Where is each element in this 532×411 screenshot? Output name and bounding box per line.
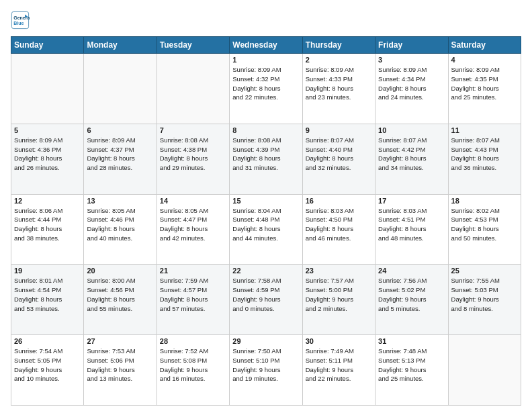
day-number: 17 — [378, 197, 445, 205]
calendar-day-header: Saturday — [448, 37, 521, 54]
day-number: 3 — [378, 56, 445, 64]
calendar-cell: 17Sunrise: 8:03 AM Sunset: 4:51 PM Dayli… — [375, 194, 448, 265]
day-number: 19 — [14, 267, 81, 275]
calendar-cell: 18Sunrise: 8:02 AM Sunset: 4:53 PM Dayli… — [448, 194, 521, 265]
calendar-cell: 29Sunrise: 7:50 AM Sunset: 5:10 PM Dayli… — [230, 335, 302, 406]
day-number: 14 — [160, 197, 226, 205]
day-number: 9 — [306, 126, 372, 134]
day-number: 2 — [306, 56, 372, 64]
day-number: 16 — [306, 197, 372, 205]
svg-rect-0 — [11, 11, 28, 28]
day-number: 1 — [232, 56, 299, 64]
day-info: Sunrise: 8:07 AM Sunset: 4:42 PM Dayligh… — [378, 136, 445, 173]
day-number: 26 — [14, 337, 81, 345]
day-number: 13 — [87, 197, 153, 205]
calendar-cell: 11Sunrise: 8:07 AM Sunset: 4:43 PM Dayli… — [448, 124, 521, 194]
day-number: 5 — [14, 126, 81, 134]
calendar-cell — [84, 54, 157, 124]
calendar-cell: 15Sunrise: 8:04 AM Sunset: 4:48 PM Dayli… — [230, 194, 302, 265]
day-info: Sunrise: 8:03 AM Sunset: 4:51 PM Dayligh… — [378, 206, 445, 243]
calendar-week-row: 19Sunrise: 8:01 AM Sunset: 4:54 PM Dayli… — [11, 265, 521, 335]
day-number: 18 — [451, 197, 518, 205]
calendar-day-header: Monday — [84, 37, 157, 54]
day-info: Sunrise: 8:04 AM Sunset: 4:48 PM Dayligh… — [232, 206, 299, 243]
day-info: Sunrise: 7:48 AM Sunset: 5:13 PM Dayligh… — [378, 347, 445, 383]
logo-icon: General Blue — [11, 11, 30, 30]
day-number: 21 — [160, 267, 226, 275]
day-number: 24 — [378, 267, 445, 275]
calendar-cell: 28Sunrise: 7:52 AM Sunset: 5:08 PM Dayli… — [157, 335, 229, 406]
calendar-week-row: 12Sunrise: 8:06 AM Sunset: 4:44 PM Dayli… — [11, 194, 521, 265]
calendar-day-header: Thursday — [302, 37, 375, 54]
calendar-cell: 24Sunrise: 7:56 AM Sunset: 5:02 PM Dayli… — [375, 265, 448, 335]
day-number: 31 — [378, 337, 445, 345]
calendar-cell: 26Sunrise: 7:54 AM Sunset: 5:05 PM Dayli… — [11, 335, 84, 406]
calendar-week-row: 26Sunrise: 7:54 AM Sunset: 5:05 PM Dayli… — [11, 335, 521, 406]
day-number: 22 — [232, 267, 299, 275]
calendar-cell: 19Sunrise: 8:01 AM Sunset: 4:54 PM Dayli… — [11, 265, 84, 335]
day-info: Sunrise: 8:01 AM Sunset: 4:54 PM Dayligh… — [14, 276, 81, 313]
day-number: 11 — [451, 126, 518, 134]
calendar-cell: 2Sunrise: 8:09 AM Sunset: 4:33 PM Daylig… — [302, 54, 375, 124]
page: General Blue SundayMondayTuesdayWednesda… — [0, 0, 532, 411]
day-info: Sunrise: 7:54 AM Sunset: 5:05 PM Dayligh… — [14, 347, 81, 383]
day-number: 15 — [232, 197, 299, 205]
day-info: Sunrise: 8:08 AM Sunset: 4:39 PM Dayligh… — [232, 136, 299, 173]
calendar-cell: 7Sunrise: 8:08 AM Sunset: 4:38 PM Daylig… — [157, 124, 229, 194]
calendar-week-row: 5Sunrise: 8:09 AM Sunset: 4:36 PM Daylig… — [11, 124, 521, 194]
calendar-cell: 16Sunrise: 8:03 AM Sunset: 4:50 PM Dayli… — [302, 194, 375, 265]
day-number: 8 — [232, 126, 299, 134]
calendar-cell: 9Sunrise: 8:07 AM Sunset: 4:40 PM Daylig… — [302, 124, 375, 194]
svg-text:Blue: Blue — [13, 21, 24, 26]
day-number: 4 — [451, 56, 518, 64]
calendar-cell: 31Sunrise: 7:48 AM Sunset: 5:13 PM Dayli… — [375, 335, 448, 406]
calendar-cell: 4Sunrise: 8:09 AM Sunset: 4:35 PM Daylig… — [448, 54, 521, 124]
day-info: Sunrise: 8:09 AM Sunset: 4:32 PM Dayligh… — [232, 65, 299, 102]
calendar-cell: 6Sunrise: 8:09 AM Sunset: 4:37 PM Daylig… — [84, 124, 157, 194]
calendar-cell: 30Sunrise: 7:49 AM Sunset: 5:11 PM Dayli… — [302, 335, 375, 406]
calendar-cell: 13Sunrise: 8:05 AM Sunset: 4:46 PM Dayli… — [84, 194, 157, 265]
calendar-day-header: Tuesday — [157, 37, 229, 54]
day-info: Sunrise: 8:09 AM Sunset: 4:34 PM Dayligh… — [378, 65, 445, 102]
calendar-cell — [157, 54, 229, 124]
day-info: Sunrise: 8:03 AM Sunset: 4:50 PM Dayligh… — [306, 206, 372, 243]
day-info: Sunrise: 8:06 AM Sunset: 4:44 PM Dayligh… — [14, 206, 81, 243]
calendar-day-header: Wednesday — [230, 37, 302, 54]
calendar-cell: 27Sunrise: 7:53 AM Sunset: 5:06 PM Dayli… — [84, 335, 157, 406]
calendar-cell: 1Sunrise: 8:09 AM Sunset: 4:32 PM Daylig… — [230, 54, 302, 124]
day-info: Sunrise: 7:57 AM Sunset: 5:00 PM Dayligh… — [306, 276, 372, 313]
day-info: Sunrise: 7:56 AM Sunset: 5:02 PM Dayligh… — [378, 276, 445, 313]
calendar-cell: 14Sunrise: 8:05 AM Sunset: 4:47 PM Dayli… — [157, 194, 229, 265]
day-number: 12 — [14, 197, 81, 205]
day-number: 20 — [87, 267, 153, 275]
day-info: Sunrise: 8:07 AM Sunset: 4:43 PM Dayligh… — [451, 136, 518, 173]
calendar-header-row: SundayMondayTuesdayWednesdayThursdayFrid… — [11, 37, 521, 54]
day-info: Sunrise: 7:53 AM Sunset: 5:06 PM Dayligh… — [87, 347, 153, 383]
calendar-cell: 10Sunrise: 8:07 AM Sunset: 4:42 PM Dayli… — [375, 124, 448, 194]
calendar-cell: 3Sunrise: 8:09 AM Sunset: 4:34 PM Daylig… — [375, 54, 448, 124]
day-number: 27 — [87, 337, 153, 345]
day-number: 10 — [378, 126, 445, 134]
calendar-cell: 5Sunrise: 8:09 AM Sunset: 4:36 PM Daylig… — [11, 124, 84, 194]
day-info: Sunrise: 8:09 AM Sunset: 4:33 PM Dayligh… — [306, 65, 372, 102]
calendar-cell: 12Sunrise: 8:06 AM Sunset: 4:44 PM Dayli… — [11, 194, 84, 265]
day-info: Sunrise: 7:49 AM Sunset: 5:11 PM Dayligh… — [306, 347, 372, 383]
svg-text:General: General — [13, 15, 30, 20]
day-number: 7 — [160, 126, 226, 134]
day-info: Sunrise: 7:58 AM Sunset: 4:59 PM Dayligh… — [232, 276, 299, 313]
calendar-table: SundayMondayTuesdayWednesdayThursdayFrid… — [11, 36, 521, 406]
day-info: Sunrise: 8:09 AM Sunset: 4:37 PM Dayligh… — [87, 136, 153, 173]
day-number: 6 — [87, 126, 153, 134]
day-info: Sunrise: 8:05 AM Sunset: 4:46 PM Dayligh… — [87, 206, 153, 243]
day-info: Sunrise: 7:59 AM Sunset: 4:57 PM Dayligh… — [160, 276, 226, 313]
day-info: Sunrise: 8:08 AM Sunset: 4:38 PM Dayligh… — [160, 136, 226, 173]
calendar-week-row: 1Sunrise: 8:09 AM Sunset: 4:32 PM Daylig… — [11, 54, 521, 124]
day-info: Sunrise: 7:55 AM Sunset: 5:03 PM Dayligh… — [451, 276, 518, 313]
calendar-day-header: Friday — [375, 37, 448, 54]
day-number: 23 — [306, 267, 372, 275]
day-info: Sunrise: 8:07 AM Sunset: 4:40 PM Dayligh… — [306, 136, 372, 173]
calendar-cell: 25Sunrise: 7:55 AM Sunset: 5:03 PM Dayli… — [448, 265, 521, 335]
day-number: 30 — [306, 337, 372, 345]
day-info: Sunrise: 8:09 AM Sunset: 4:36 PM Dayligh… — [14, 136, 81, 173]
calendar-cell: 21Sunrise: 7:59 AM Sunset: 4:57 PM Dayli… — [157, 265, 229, 335]
